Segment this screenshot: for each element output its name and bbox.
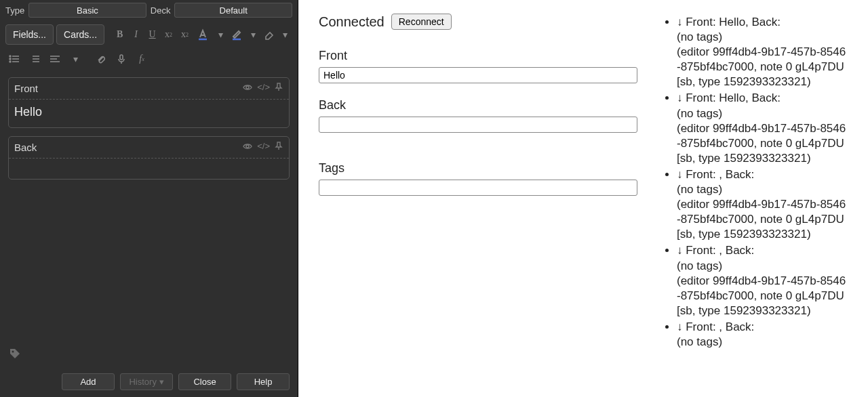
function-icon[interactable]: fx (133, 49, 151, 69)
bottom-buttons: Add History ▾ Close Help (0, 368, 298, 397)
superscript-icon[interactable]: x2 (162, 24, 176, 45)
log-entry: ↓ Front: Hello, Back:(no tags)(editor 99… (677, 91, 848, 165)
highlight-menu-icon[interactable]: ▾ (246, 24, 260, 45)
text-color-menu-icon[interactable]: ▾ (214, 24, 227, 45)
connection-row: Connected Reconnect (319, 14, 637, 30)
text-color-icon[interactable] (194, 24, 211, 45)
editor-panel: Type Basic Deck Default Fields... Cards.… (0, 0, 298, 397)
tags-input[interactable] (319, 180, 637, 196)
log-entry: ↓ Front: , Back:(no tags)(editor 99ff4db… (677, 243, 848, 318)
deck-select[interactable]: Default (174, 3, 292, 18)
svg-point-2 (9, 58, 11, 60)
form-column: Connected Reconnect Front Back Tags (319, 14, 637, 383)
front-input[interactable] (319, 67, 637, 83)
svg-point-14 (246, 86, 249, 89)
toggle-sticky-icon[interactable] (274, 82, 283, 95)
toggle-html-icon[interactable]: </> (257, 82, 270, 95)
front-field-header: Front </> (9, 78, 289, 100)
back-field-header: Back </> (9, 137, 289, 159)
toggle-visibility-icon[interactable] (242, 141, 253, 154)
fields-button[interactable]: Fields... (5, 24, 54, 45)
back-field-block: Back </> (8, 136, 290, 180)
type-label: Type (5, 5, 24, 16)
preview-panel: Connected Reconnect Front Back Tags ↓ Fr… (298, 0, 868, 397)
alignment-menu-icon[interactable]: ▾ (66, 49, 84, 69)
reconnect-button[interactable]: Reconnect (391, 14, 452, 30)
history-button[interactable]: History ▾ (120, 373, 173, 390)
log-column: ↓ Front: Hello, Back:(no tags)(editor 99… (665, 14, 848, 383)
underline-icon[interactable]: U (146, 24, 159, 45)
front-field-input[interactable]: Hello (9, 100, 289, 127)
ordered-list-icon[interactable] (26, 49, 43, 69)
toggle-visibility-icon[interactable] (242, 82, 253, 95)
svg-point-0 (9, 56, 11, 57)
deck-label: Deck (151, 5, 171, 16)
front-label: Front (319, 49, 637, 63)
toggle-sticky-icon[interactable] (274, 141, 283, 154)
help-button[interactable]: Help (237, 373, 290, 390)
log-entry: ↓ Front: , Back:(no tags) (677, 320, 848, 350)
svg-point-16 (246, 145, 249, 148)
subscript-icon[interactable]: x2 (178, 24, 192, 45)
eraser-menu-icon[interactable]: ▾ (279, 24, 292, 45)
back-field-label: Back (14, 142, 37, 153)
log-entry: ↓ Front: , Back:(no tags)(editor 99ff4db… (677, 167, 848, 242)
alignment-icon[interactable] (46, 49, 64, 69)
eraser-icon[interactable] (262, 24, 276, 45)
unordered-list-icon[interactable] (5, 49, 23, 69)
svg-rect-12 (120, 55, 123, 60)
toolbar-row-1: Fields... Cards... B I U x2 x2 ▾ ▾ ▾ (0, 20, 298, 49)
highlight-icon[interactable] (230, 24, 243, 45)
bold-icon[interactable]: B (113, 24, 127, 45)
svg-point-18 (12, 351, 14, 353)
tag-icon[interactable] (0, 343, 298, 368)
close-button[interactable]: Close (178, 373, 231, 390)
back-label: Back (319, 98, 637, 112)
front-field-label: Front (14, 83, 38, 94)
toggle-html-icon[interactable]: </> (257, 141, 270, 154)
back-field-input[interactable] (9, 159, 289, 179)
attachment-icon[interactable] (92, 49, 110, 69)
add-button[interactable]: Add (62, 373, 115, 390)
connection-status: Connected (319, 14, 384, 30)
microphone-icon[interactable] (113, 49, 130, 69)
tags-label: Tags (319, 161, 637, 175)
svg-point-4 (9, 61, 11, 62)
front-field-block: Front </> Hello (8, 77, 290, 128)
type-select[interactable]: Basic (28, 3, 146, 18)
toolbar-row-2: ▾ fx (0, 49, 298, 73)
cards-button[interactable]: Cards... (56, 24, 104, 45)
type-deck-row: Type Basic Deck Default (0, 0, 298, 20)
back-input[interactable] (319, 117, 637, 133)
log-entry: ↓ Front: Hello, Back:(no tags)(editor 99… (677, 15, 848, 89)
italic-icon[interactable]: I (130, 24, 143, 45)
